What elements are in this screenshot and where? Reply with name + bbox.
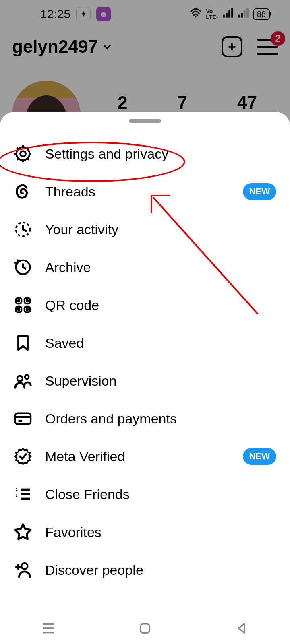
new-badge: NEW [243,448,276,465]
menu-item-label: Settings and privacy [45,146,276,162]
closefriends-icon [14,485,32,504]
menu-item-closefriends[interactable]: Close Friends [14,475,276,513]
menu-item-label: Archive [45,260,276,275]
menu-item-discover[interactable]: Discover people [14,551,276,589]
svg-rect-34 [141,624,150,633]
sheet-grabber[interactable] [129,119,161,123]
menu-item-star[interactable]: Favorites [14,513,276,551]
menu-item-label: Your activity [45,222,276,237]
menu-item-label: Threads [45,184,230,200]
svg-point-18 [27,300,28,302]
menu-item-label: Meta Verified [45,449,230,464]
menu-item-gear[interactable]: Settings and privacy [14,135,276,173]
system-nav-bar [0,613,290,644]
svg-rect-23 [15,413,31,424]
svg-point-29 [21,563,27,569]
gear-icon [14,144,32,163]
discover-icon [14,561,32,579]
nav-recents-button[interactable] [38,620,58,636]
card-icon [14,409,32,428]
menu-item-label: Close Friends [45,487,276,502]
verified-icon [14,447,32,466]
menu-item-verified[interactable]: Meta VerifiedNEW [14,438,276,475]
nav-home-button[interactable] [135,620,155,636]
menu-item-card[interactable]: Orders and payments [14,400,276,438]
menu-item-label: Favorites [45,524,276,540]
svg-point-21 [17,376,23,381]
activity-icon [14,220,32,239]
svg-point-22 [25,375,29,379]
svg-point-19 [18,309,20,310]
menu-item-label: QR code [45,297,276,313]
new-badge: NEW [243,183,276,200]
svg-point-17 [18,300,20,302]
menu-item-qr[interactable]: QR code [14,286,276,324]
menu-item-bookmark[interactable]: Saved [14,324,276,362]
qr-icon [14,296,32,314]
menu-item-archive[interactable]: Archive [14,248,276,286]
menu-item-label: Supervision [45,373,276,389]
bottom-sheet: Settings and privacyThreadsNEWYour activ… [0,112,290,644]
svg-point-10 [20,151,25,156]
bookmark-icon [14,334,32,352]
menu-item-label: Discover people [45,562,276,578]
star-icon [14,523,32,541]
supervision-icon [14,372,32,390]
nav-back-button[interactable] [232,620,252,636]
archive-icon [14,258,32,277]
menu-item-label: Saved [45,335,276,351]
menu-item-activity[interactable]: Your activity [14,211,276,248]
menu-item-threads[interactable]: ThreadsNEW [14,173,276,211]
menu-item-label: Orders and payments [45,411,276,427]
menu-item-supervision[interactable]: Supervision [14,362,276,400]
threads-icon [14,182,32,201]
svg-point-20 [27,309,28,310]
